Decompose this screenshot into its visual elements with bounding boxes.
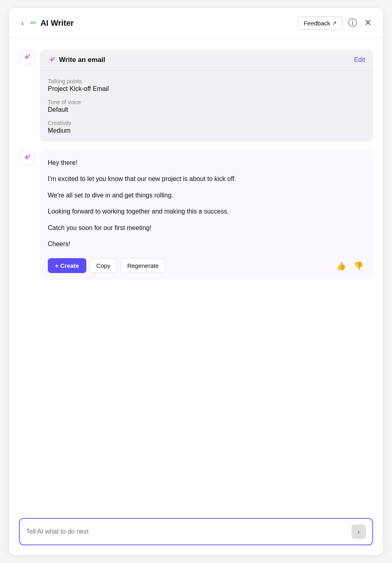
response-para-2: I'm excited to let you know that our new…	[48, 174, 365, 184]
input-wrapper: ›	[19, 518, 373, 545]
thumbs-up-icon: 👍	[336, 261, 346, 270]
param-talking-points: Talking points Project Kick-off Email	[48, 78, 365, 92]
response-para-4: Looking forward to working together and …	[48, 206, 365, 217]
response-para-3: We're all set to dive in and get things …	[48, 190, 365, 201]
header-left: ‹ ✏ AI Writer	[19, 17, 74, 29]
param-label-creativity: Creativity	[48, 120, 365, 126]
prompt-sparkle-icon	[48, 56, 56, 64]
thumbs-down-icon: 👎	[353, 261, 363, 270]
info-button[interactable]: ⓘ	[347, 15, 359, 31]
prompt-header-left: Write an email	[48, 56, 105, 64]
content-area: Write an email Edit Talking points Proje…	[9, 38, 383, 512]
response-para-5: Catch you soon for our first meeting!	[48, 223, 365, 233]
feedback-icons: 👍 👎	[335, 259, 365, 272]
back-button[interactable]: ‹	[19, 17, 27, 29]
input-area: ›	[9, 512, 383, 555]
send-icon: ›	[357, 528, 360, 536]
feedback-button[interactable]: Feedback ↗	[298, 16, 343, 30]
pencil-icon: ✏	[31, 18, 37, 27]
prompt-card: Write an email Edit Talking points Proje…	[40, 49, 373, 142]
response-actions: + Create Copy Regenerate 👍 👎	[48, 258, 365, 273]
copy-button[interactable]: Copy	[90, 258, 117, 273]
header-right: Feedback ↗ ⓘ ✕	[298, 15, 373, 31]
param-label-tone: Tone of voice	[48, 99, 365, 105]
header: ‹ ✏ AI Writer Feedback ↗ ⓘ ✕	[9, 8, 383, 38]
param-value-creativity: Medium	[48, 127, 365, 134]
sparkle-response-avatar-icon	[22, 153, 31, 162]
info-icon: ⓘ	[348, 18, 357, 28]
response-row: Hey there! I'm excited to let you know t…	[19, 150, 373, 279]
ai-input[interactable]	[26, 528, 347, 535]
thumbs-down-button[interactable]: 👎	[352, 259, 365, 272]
edit-button[interactable]: Edit	[354, 56, 365, 64]
close-button[interactable]: ✕	[363, 16, 373, 30]
param-value-tone: Default	[48, 106, 365, 113]
app-container: ‹ ✏ AI Writer Feedback ↗ ⓘ ✕	[9, 8, 383, 555]
param-creativity: Creativity Medium	[48, 120, 365, 134]
param-label-talking-points: Talking points	[48, 78, 365, 84]
back-icon: ‹	[21, 18, 24, 27]
response-ai-avatar	[19, 150, 35, 166]
regenerate-button[interactable]: Regenerate	[120, 258, 165, 273]
create-button[interactable]: + Create	[48, 258, 86, 273]
send-button[interactable]: ›	[351, 524, 366, 539]
prompt-title: Write an email	[59, 56, 105, 64]
feedback-label: Feedback	[304, 20, 330, 27]
ai-avatar	[19, 49, 35, 66]
response-para-6: Cheers!	[48, 239, 365, 249]
external-link-icon: ↗	[332, 20, 337, 26]
response-para-1: Hey there!	[48, 158, 365, 168]
prompt-card-header: Write an email Edit	[40, 49, 373, 71]
prompt-row: Write an email Edit Talking points Proje…	[19, 49, 373, 142]
response-card: Hey there! I'm excited to let you know t…	[40, 150, 373, 279]
response-text: Hey there! I'm excited to let you know t…	[48, 158, 365, 249]
close-icon: ✕	[364, 18, 372, 28]
prompt-card-body: Talking points Project Kick-off Email To…	[40, 71, 373, 142]
param-tone: Tone of voice Default	[48, 99, 365, 113]
thumbs-up-button[interactable]: 👍	[335, 259, 348, 272]
sparkle-avatar-icon	[22, 53, 31, 62]
param-value-talking-points: Project Kick-off Email	[48, 85, 365, 92]
app-title: AI Writer	[41, 18, 74, 28]
